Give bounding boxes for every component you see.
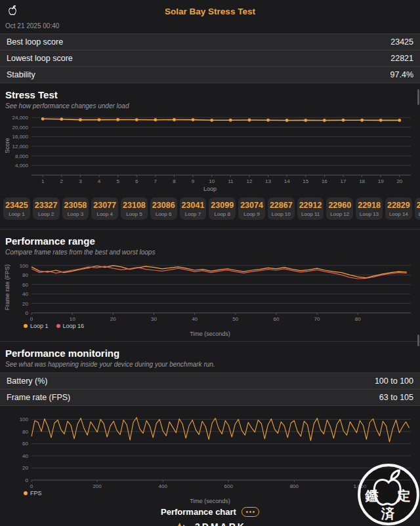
svg-text:3: 3 (79, 178, 82, 184)
summary-row-stability: Stability 97.4% (0, 67, 420, 83)
solar-bay-results-screen: Solar Bay Stress Test Oct 21 2025 00:40 … (0, 0, 420, 526)
loop-scores-scroller[interactable]: 23425Loop 123327Loop 223058Loop 323077Lo… (0, 193, 420, 225)
legend-label: FPS (30, 490, 42, 496)
svg-text:100: 100 (20, 416, 29, 422)
svg-text:Frame rate (FPS): Frame rate (FPS) (4, 264, 10, 310)
svg-text:100: 100 (20, 263, 29, 269)
svg-text:70: 70 (314, 316, 320, 321)
svg-text:0: 0 (30, 316, 33, 321)
svg-text:18: 18 (359, 178, 365, 184)
section-subtitle: See how performance changes under load (5, 102, 415, 110)
loop-score-chip: 23077Loop 4 (91, 197, 118, 220)
monitoring-list: Battery (%) 100 to 100 Frame rate (FPS) … (0, 373, 420, 406)
svg-text:5: 5 (116, 178, 119, 184)
monitoring-value: 63 to 105 (379, 393, 413, 402)
loop-score-chip: 23074Loop 9 (238, 197, 265, 220)
svg-text:15: 15 (303, 178, 308, 184)
svg-text:600: 600 (224, 483, 234, 489)
svg-text:16,000: 16,000 (12, 134, 29, 140)
summary-value: 97.4% (390, 70, 413, 79)
svg-text:11: 11 (228, 178, 234, 184)
legend-item-loop16: Loop 16 (56, 323, 85, 329)
svg-text:0: 0 (30, 483, 33, 489)
loop-score-chip: 23099Loop 8 (209, 197, 236, 220)
svg-text:40: 40 (22, 453, 28, 459)
loop-score-chip: 22918Loop 13 (356, 197, 383, 220)
brand-name: 3DMARK (195, 521, 246, 526)
svg-text:2: 2 (60, 178, 64, 184)
svg-text:20: 20 (396, 178, 402, 184)
svg-text:0: 0 (26, 477, 29, 483)
section-title-stress-test: Stress Test (5, 89, 415, 100)
range-chart-legend: Loop 1 Loop 16 (0, 321, 420, 331)
svg-text:19: 19 (378, 178, 384, 184)
score-chart-xlabel: Loop (0, 186, 420, 192)
svg-text:24,000: 24,000 (12, 115, 29, 121)
svg-text:80: 80 (355, 316, 361, 321)
score-line-chart: 4,0008,00012,00016,00020,00024,000123456… (3, 112, 417, 186)
monitoring-label: Battery (%) (7, 376, 48, 386)
svg-text:9: 9 (192, 178, 195, 184)
summary-row-best: Best loop score 23425 (0, 34, 420, 51)
stress-test-section: Stress Test See how performance changes … (0, 83, 420, 225)
monitoring-row-framerate: Frame rate (FPS) 63 to 105 (0, 390, 420, 406)
frame-rate-range-chart: 02040608010001020304050607080Frame rate … (3, 258, 417, 321)
loop16-color-dot (56, 324, 60, 328)
fps-color-dot (24, 491, 28, 495)
svg-text:80: 80 (22, 429, 28, 435)
app-header: Solar Bay Stress Test (0, 0, 420, 19)
svg-text:13: 13 (265, 178, 271, 184)
svg-text:8,000: 8,000 (15, 153, 29, 159)
watermark-char: 定 (396, 489, 410, 503)
section-subtitle: See what was happening inside your devic… (5, 361, 415, 368)
svg-text:200: 200 (93, 483, 102, 489)
svg-text:30: 30 (151, 316, 157, 321)
svg-text:10: 10 (70, 316, 75, 321)
scrollbar[interactable] (417, 89, 419, 105)
summary-list: Best loop score 23425 Lowest loop score … (0, 33, 420, 83)
svg-text:40: 40 (192, 316, 198, 321)
loop-score-chip: 22912Loop 11 (297, 197, 324, 220)
loop-score-chip: 22856Loop 15 (415, 197, 420, 220)
performance-chart-options-button[interactable] (242, 507, 259, 517)
svg-text:Score: Score (4, 138, 10, 153)
loop-score-chip: 23425Loop 1 (3, 197, 30, 220)
apple-logo-icon (5, 5, 20, 19)
monitoring-value: 100 to 100 (375, 376, 413, 386)
svg-text:7: 7 (154, 178, 158, 184)
svg-text:16: 16 (322, 178, 327, 184)
svg-text:60: 60 (22, 282, 28, 288)
svg-text:4,000: 4,000 (15, 163, 29, 169)
performance-range-section: Performance range Compare frame rates fr… (0, 229, 420, 337)
legend-item-fps: FPS (24, 490, 42, 496)
watermark-stamp: 鑑 定 済 (356, 462, 420, 526)
3dmark-logo-icon (174, 521, 190, 526)
svg-text:17: 17 (341, 178, 346, 184)
ellipsis-icon (249, 511, 251, 513)
loop-score-chip: 22829Loop 14 (385, 197, 412, 220)
svg-text:12,000: 12,000 (12, 144, 29, 150)
svg-text:50: 50 (232, 316, 238, 321)
svg-text:20: 20 (22, 301, 28, 307)
section-subtitle: Compare frame rates from the best and wo… (5, 249, 415, 256)
svg-text:10: 10 (209, 178, 215, 184)
run-datetime: Oct 21 2025 00:40 (0, 19, 420, 33)
performance-chart-label: Performance chart (161, 507, 236, 517)
loop-score-chip: 22960Loop 12 (326, 197, 353, 220)
legend-label: Loop 1 (30, 323, 49, 329)
watermark-char: 済 (381, 506, 395, 521)
page-title: Solar Bay Stress Test (0, 7, 420, 16)
summary-value: 22821 (390, 54, 413, 63)
scrollbar[interactable] (417, 334, 419, 346)
legend-item-loop1: Loop 1 (24, 323, 49, 329)
section-title-performance-monitoring: Performance monitoring (5, 348, 415, 359)
loop-score-chip: 23086Loop 6 (150, 197, 177, 220)
summary-value: 23425 (390, 37, 413, 47)
watermark-char: 鑑 (364, 489, 379, 503)
svg-text:60: 60 (273, 316, 279, 321)
svg-text:20: 20 (22, 465, 28, 471)
loop-score-chip: 23058Loop 3 (62, 197, 89, 220)
svg-text:12: 12 (246, 178, 252, 184)
loop-score-chip: 23327Loop 2 (33, 197, 60, 220)
loop-score-chip: 23108Loop 5 (121, 197, 148, 220)
